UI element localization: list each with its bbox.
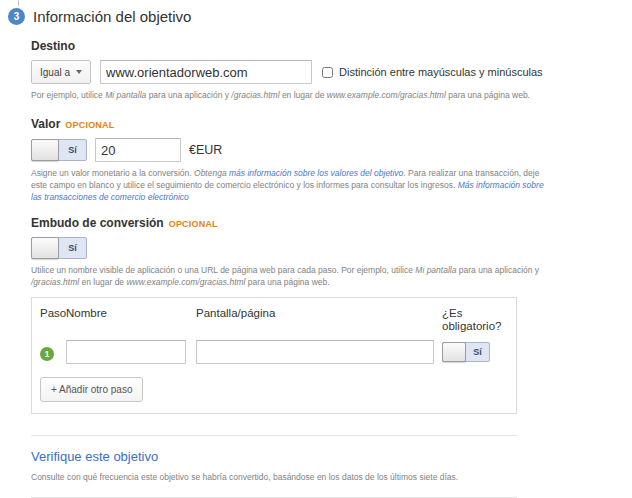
embudo-section: Embudo de conversión OPCIONAL Sí Utilice… — [31, 216, 591, 414]
step-connector-line — [18, 0, 19, 6]
text-segment: Obtenga — [194, 168, 229, 178]
goal-value-input[interactable] — [95, 138, 181, 162]
toggle-knob — [31, 139, 59, 161]
funnel-step-page-input[interactable] — [196, 340, 434, 364]
match-type-value: Igual a — [40, 67, 70, 78]
text-segment: Mi pantalla — [415, 265, 456, 275]
add-step-button[interactable]: + Añadir otro paso — [40, 377, 143, 402]
valor-toggle-label: Sí — [59, 140, 86, 161]
goal-form: Destino Igual a Distinción entre mayúscu… — [31, 39, 591, 498]
destino-controls-row: Igual a Distinción entre mayúsculas y mi… — [31, 60, 591, 84]
case-sensitivity-label: Distinción entre mayúsculas y minúsculas — [339, 66, 543, 78]
funnel-required-toggle[interactable]: Sí — [442, 342, 490, 362]
funnel-col-obligatorio: ¿Es obligatorio? — [442, 307, 506, 333]
text-segment: www.example.com/gracias.html — [126, 277, 245, 287]
destino-helper-text: Por ejemplo, utilice Mi pantalla para un… — [31, 89, 555, 101]
toggle-knob — [442, 342, 466, 362]
valor-helper-text: Asigne un valor monetario a la conversió… — [31, 167, 555, 203]
embudo-controls-row: Sí — [31, 237, 591, 259]
funnel-step-badge: 1 — [40, 347, 54, 361]
valor-label-row: Valor OPCIONAL — [31, 117, 591, 131]
funnel-steps-box: Paso Nombre Pantalla/página ¿Es obligato… — [31, 297, 517, 414]
verify-description: Consulte con qué frecuencia este objetiv… — [31, 472, 591, 482]
text-segment: /gracias.html — [31, 277, 79, 287]
funnel-header-row: Paso Nombre Pantalla/página ¿Es obligato… — [40, 307, 508, 333]
text-segment: en lugar de — [280, 90, 327, 100]
embudo-toggle-label: Sí — [59, 238, 86, 259]
funnel-page-cell — [196, 340, 442, 364]
funnel-name-cell — [66, 340, 196, 364]
goal-info-header: 3 Información del objetivo — [8, 8, 632, 25]
goal-values-link[interactable]: más información sobre los valores del ob… — [229, 168, 403, 178]
toggle-knob — [31, 237, 59, 259]
text-segment: Asigne un valor monetario a la conversió… — [31, 168, 194, 178]
embudo-helper-text: Utilice un nombre visible de aplicación … — [31, 264, 555, 288]
funnel-col-nombre: Nombre — [66, 307, 196, 333]
text-segment: para una aplicación y — [146, 90, 231, 100]
embudo-label: Embudo de conversión — [31, 216, 164, 230]
destino-section: Destino Igual a Distinción entre mayúscu… — [31, 39, 591, 101]
text-segment: Utilice un nombre visible de aplicación … — [31, 265, 415, 275]
valor-toggle[interactable]: Sí — [31, 139, 87, 161]
embudo-optional-badge: OPCIONAL — [169, 219, 218, 229]
funnel-col-pantalla: Pantalla/página — [196, 307, 442, 333]
text-segment: Por ejemplo, utilice — [31, 90, 105, 100]
embudo-label-row: Embudo de conversión OPCIONAL — [31, 216, 591, 230]
funnel-step-cell: 1 — [40, 343, 66, 361]
text-segment: para una página web. — [446, 90, 530, 100]
case-sensitivity-checkbox[interactable] — [322, 67, 333, 78]
page-title: Información del objetivo — [33, 8, 191, 25]
funnel-step-name-input[interactable] — [66, 340, 186, 364]
valor-section: Valor OPCIONAL Sí €EUR Asigne un valor m… — [31, 117, 591, 203]
destino-label: Destino — [31, 39, 591, 53]
step-number-badge: 3 — [8, 8, 25, 25]
valor-optional-badge: OPCIONAL — [65, 120, 114, 130]
verify-goal-link[interactable]: Verifique este objetivo — [31, 449, 158, 464]
match-type-dropdown[interactable]: Igual a — [31, 60, 91, 84]
destination-url-input[interactable] — [100, 60, 312, 84]
valor-controls-row: Sí €EUR — [31, 138, 591, 162]
text-segment: Mi pantalla — [105, 90, 146, 100]
text-segment: en lugar de — [79, 277, 126, 287]
currency-label: €EUR — [189, 143, 222, 157]
funnel-step-row: 1 Sí — [40, 340, 508, 364]
funnel-required-toggle-label: Sí — [466, 343, 489, 362]
case-sensitivity-option[interactable]: Distinción entre mayúsculas y minúsculas — [322, 66, 543, 78]
text-segment: para una página web. — [246, 277, 330, 287]
embudo-toggle[interactable]: Sí — [31, 237, 87, 259]
text-segment: /gracias.html — [231, 90, 279, 100]
text-segment: para una aplicación y — [456, 265, 539, 275]
dropdown-caret-icon — [76, 70, 82, 74]
text-segment: www.example.com/gracias.html — [327, 90, 446, 100]
funnel-col-paso: Paso — [40, 307, 66, 333]
valor-label: Valor — [31, 117, 60, 131]
divider — [31, 435, 517, 436]
